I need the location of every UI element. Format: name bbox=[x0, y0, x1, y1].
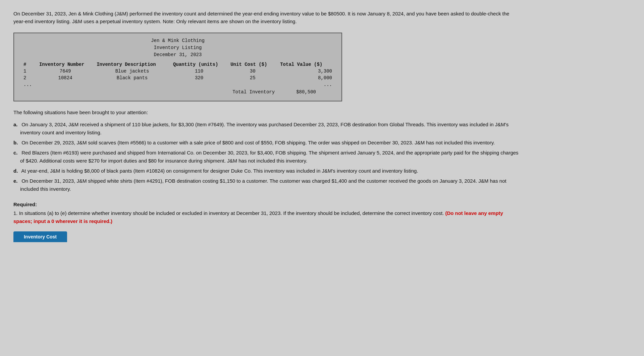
inventory-cost-tab[interactable]: Inventory Cost bbox=[13, 231, 67, 242]
ellipsis-row: ... ... bbox=[21, 81, 335, 88]
situation-item: c. Red Blazers (Item #6193) were purchas… bbox=[13, 149, 523, 165]
cell-num: 2 bbox=[21, 75, 37, 81]
table-title-line2: Inventory Listing bbox=[21, 44, 335, 51]
total-row: Total Inventory $80,500 bbox=[21, 88, 335, 95]
col-header-invnum: Inventory Number bbox=[37, 61, 94, 68]
required-text: 1. In situations (a) to (e) determine wh… bbox=[13, 209, 517, 225]
cell-total: 8,000 bbox=[277, 75, 335, 81]
cell-total: 3,300 bbox=[277, 68, 335, 75]
situation-label: d. bbox=[13, 167, 20, 175]
situation-label: e. bbox=[13, 177, 20, 185]
table-title-line3: December 31, 2023 bbox=[21, 51, 335, 58]
situations-header: The following situations have been broug… bbox=[13, 109, 631, 117]
intro-text: On December 31, 2023, Jen & Mink Clothin… bbox=[13, 10, 517, 25]
total-value: $80,500 bbox=[277, 88, 335, 95]
situation-text: At year-end, J&M is holding $8,000 of bl… bbox=[20, 167, 418, 175]
table-row: 1 7649 Blue jackets 110 30 3,300 bbox=[21, 68, 335, 75]
situation-text: On December 29, 2023, J&M sold scarves (… bbox=[20, 139, 495, 147]
situation-item: a. On January 3, 2024, J&M received a sh… bbox=[13, 121, 523, 137]
cell-unit: 30 bbox=[228, 68, 277, 75]
col-header-qty: Quantity (units) bbox=[170, 61, 228, 68]
ellipsis-total-side: ... bbox=[277, 81, 335, 88]
cell-invnum: 10824 bbox=[37, 75, 94, 81]
cell-qty: 320 bbox=[170, 75, 228, 81]
cell-num: 1 bbox=[21, 68, 37, 75]
cell-unit: 25 bbox=[228, 75, 277, 81]
situation-text: Red Blazers (Item #6193) were purchased … bbox=[20, 149, 523, 165]
situation-label: a. bbox=[13, 121, 20, 129]
required-section: Required: 1. In situations (a) to (e) de… bbox=[13, 201, 517, 225]
col-header-unit: Unit Cost ($) bbox=[228, 61, 277, 68]
cell-invnum: 7649 bbox=[37, 68, 94, 75]
cell-qty: 110 bbox=[170, 68, 228, 75]
situation-item: b. On December 29, 2023, J&M sold scarve… bbox=[13, 139, 523, 147]
situation-label: b. bbox=[13, 139, 20, 147]
situations-list: a. On January 3, 2024, J&M received a sh… bbox=[13, 121, 523, 193]
situation-label: c. bbox=[13, 149, 20, 157]
situation-item: e. On December 31, 2023, J&M shipped whi… bbox=[13, 177, 523, 193]
col-header-desc: Inventory Description bbox=[94, 61, 170, 68]
situation-text: On January 3, 2024, J&M received a shipm… bbox=[20, 121, 523, 137]
inventory-table: # Inventory Number Inventory Description… bbox=[21, 61, 335, 95]
table-row: 2 10824 Black pants 320 25 8,000 bbox=[21, 75, 335, 81]
situation-item: d. At year-end, J&M is holding $8,000 of… bbox=[13, 167, 523, 175]
col-header-total: Total Value ($) bbox=[277, 61, 335, 68]
col-header-num: # bbox=[21, 61, 37, 68]
table-title: Jen & Mink Clothing Inventory Listing De… bbox=[21, 37, 335, 58]
table-title-line1: Jen & Mink Clothing bbox=[21, 37, 335, 44]
total-label: Total Inventory bbox=[21, 88, 277, 95]
required-title: Required: bbox=[13, 201, 517, 209]
cell-desc: Black pants bbox=[94, 75, 170, 81]
ellipsis-num: ... bbox=[21, 81, 37, 88]
situation-text: On December 31, 2023, J&M shipped white … bbox=[20, 177, 523, 193]
cell-desc: Blue jackets bbox=[94, 68, 170, 75]
required-text-part1: 1. In situations (a) to (e) determine wh… bbox=[13, 210, 445, 216]
bottom-tab-area: Inventory Cost bbox=[13, 231, 631, 242]
inventory-table-container: Jen & Mink Clothing Inventory Listing De… bbox=[13, 33, 342, 101]
table-header-row: # Inventory Number Inventory Description… bbox=[21, 61, 335, 68]
